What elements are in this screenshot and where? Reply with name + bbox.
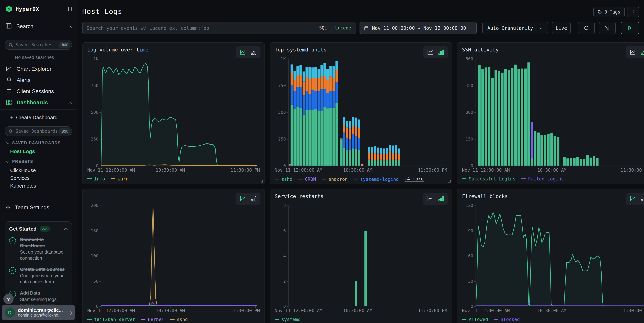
filter-button[interactable] — [599, 22, 616, 34]
sidebar-item-label: Chart Explorer — [16, 66, 52, 72]
line-chart-toggle-icon[interactable] — [427, 195, 434, 202]
legend-item[interactable]: Failed Logins — [521, 176, 564, 181]
x-axis-label: 11:30:00 PM — [621, 308, 644, 313]
sidebar-item-kubernetes[interactable]: Kubernetes — [0, 182, 77, 190]
legend-item[interactable]: Successful Logins — [462, 176, 516, 181]
chart-canvas[interactable] — [288, 205, 444, 306]
line-chart-toggle-icon[interactable] — [240, 49, 246, 56]
tags-button[interactable]: 0 Tags — [593, 7, 625, 17]
line-chart-toggle-icon[interactable] — [630, 49, 636, 56]
bar-chart-toggle-icon[interactable] — [438, 195, 444, 202]
legend-swatch — [275, 179, 279, 179]
resize-handle-icon[interactable] — [448, 180, 450, 182]
chart-canvas[interactable] — [288, 59, 444, 166]
legend-item[interactable]: Blocked — [494, 316, 520, 322]
sidebar-item-dashboards[interactable]: Dashboards — [0, 97, 77, 108]
legend-item[interactable]: Allowed — [462, 316, 488, 322]
saved-dashboards-input[interactable]: ⌘K — [5, 126, 72, 136]
date-range-picker[interactable]: Nov 11 00:00:00 - Nov 12 00:00:00 — [360, 22, 476, 34]
laptop-icon — [6, 88, 12, 95]
user-menu[interactable]: D dominic.tran@clic... dominic.tran@clic… — [2, 305, 75, 320]
legend-item[interactable]: warn — [111, 176, 128, 181]
legend-item[interactable]: CRON — [298, 176, 316, 182]
bar-chart-toggle-icon[interactable] — [251, 49, 257, 56]
y-axis-label: 1K — [275, 56, 286, 61]
collapse-sidebar-icon[interactable] — [66, 6, 72, 12]
bar-chart-toggle-icon[interactable] — [640, 195, 644, 202]
granularity-select[interactable]: Auto Granularity — [482, 22, 548, 34]
sql-toggle[interactable]: SQL — [319, 25, 327, 31]
y-axis-label: 2 — [275, 278, 286, 283]
chart-canvas[interactable] — [101, 205, 257, 306]
bar-chart-toggle-icon[interactable] — [640, 49, 644, 56]
chart-canvas[interactable] — [101, 59, 257, 166]
event-search[interactable]: SQL | Lucene — [82, 22, 356, 34]
chart-title: SSH activity — [462, 47, 644, 53]
y-tick — [100, 231, 101, 231]
chart-canvas[interactable] — [476, 205, 644, 306]
saved-dashboards-section[interactable]: SAVED DASHBOARDS — [6, 141, 77, 145]
chart-panel-auth-log-spike: 200150100500Nov 11 12:00:00 AM10:30:00 A… — [82, 189, 265, 323]
get-started-step[interactable]: ✓ Connect to ClickHouse Set up your data… — [9, 237, 68, 261]
chevron-down-icon — [540, 27, 542, 29]
tags-label: 0 Tags — [604, 10, 620, 15]
legend-item[interactable]: systemd-logind — [354, 176, 399, 182]
chart-title: Firewall blocks — [462, 193, 644, 199]
saved-searches-input[interactable]: ⌘K — [5, 40, 72, 50]
chevron-up-icon[interactable] — [68, 25, 71, 28]
user-email: dominic.tran@clickho... — [18, 313, 63, 317]
legend-item[interactable]: info — [87, 176, 105, 181]
sidebar-item-alerts[interactable]: Alerts — [0, 75, 77, 86]
y-tick — [474, 205, 476, 206]
bar-chart-toggle-icon[interactable] — [251, 195, 257, 202]
bar-chart-toggle-icon[interactable] — [438, 49, 444, 56]
legend-more-link[interactable]: +4 more — [404, 176, 424, 182]
help-button[interactable]: ? — [4, 294, 14, 304]
legend-item[interactable]: systemd — [275, 316, 301, 322]
legend-item[interactable]: kernel — [141, 316, 164, 322]
line-chart-toggle-icon[interactable] — [630, 195, 636, 202]
chart-type-toggle — [626, 193, 644, 205]
live-button[interactable]: Live — [552, 22, 571, 34]
y-tick — [100, 281, 101, 281]
sidebar-item-clickhouse[interactable]: ClickHouse — [0, 166, 77, 174]
legend-item[interactable]: sshd — [170, 316, 188, 322]
resize-handle-icon[interactable] — [261, 180, 263, 182]
chevron-up-icon[interactable] — [64, 227, 68, 230]
create-dashboard-button[interactable]: + Create Dashboard — [0, 112, 77, 123]
line-chart-toggle-icon[interactable] — [427, 49, 434, 56]
sidebar-item-services[interactable]: Services — [0, 174, 77, 182]
step-title: Connect to ClickHouse — [20, 237, 68, 248]
y-axis-label: 100 — [87, 253, 98, 258]
sidebar-item-client-sessions[interactable]: Client Sessions — [0, 86, 77, 97]
sidebar-item-host-logs[interactable]: Host Logs — [10, 148, 77, 154]
y-axis-label: 750 — [275, 83, 286, 88]
y-tick — [100, 112, 101, 113]
more-options-button[interactable]: ⋮ — [627, 7, 639, 17]
sidebar-item-search[interactable]: Search — [0, 21, 77, 32]
line-chart-toggle-icon[interactable] — [240, 195, 246, 202]
legend-item[interactable]: sshd — [275, 176, 292, 182]
y-axis-label: 30 — [462, 278, 473, 283]
y-axis-label: 60 — [462, 253, 473, 258]
run-query-button[interactable] — [621, 22, 639, 34]
chart-legend: AllowedBlocked — [462, 316, 644, 322]
chart-canvas[interactable] — [476, 59, 644, 166]
saved-searches-field[interactable] — [16, 42, 57, 47]
legend-item[interactable]: anacron — [322, 176, 348, 182]
search-input[interactable] — [86, 25, 319, 31]
plot-area: 1209060300 — [462, 205, 644, 306]
presets-section[interactable]: PRESETS — [6, 159, 77, 164]
legend-label: sshd — [177, 316, 188, 322]
saved-dashboards-field[interactable] — [16, 129, 57, 134]
legend-item[interactable]: fail2ban-server — [87, 316, 135, 322]
y-tick — [474, 112, 476, 113]
lucene-toggle[interactable]: Lucene — [335, 25, 351, 31]
get-started-step[interactable]: ✓ Create Data Sources Configure where yo… — [9, 266, 68, 285]
y-axis-label: 500 — [87, 110, 98, 115]
chevron-up-icon[interactable] — [68, 101, 71, 104]
sidebar-item-team-settings[interactable]: ⚙ Team Settings — [0, 202, 77, 213]
refresh-button[interactable] — [578, 22, 595, 34]
x-axis-label: Nov 11 12:00:00 AM — [275, 308, 322, 313]
sidebar-item-chart-explorer[interactable]: Chart Explorer — [0, 63, 77, 75]
